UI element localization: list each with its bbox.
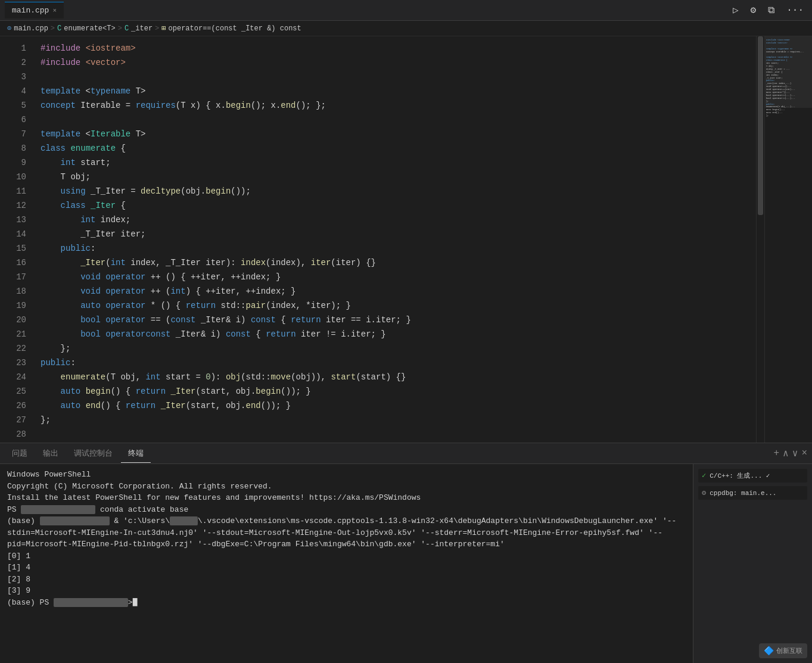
token-op: Iterable = [76, 101, 136, 110]
line-number: 12 [0, 198, 36, 213]
build-task-item[interactable]: ✓ C/C++: 生成... ✓ [698, 469, 807, 483]
tab-problems[interactable]: 问题 [5, 444, 35, 462]
watermark: 🔷 创新互联 [759, 643, 807, 658]
code-editor[interactable]: 1#include <iostream>2#include <vector>34… [0, 36, 756, 443]
scrollbar-thumb[interactable] [758, 36, 763, 215]
token-kw: bool [80, 329, 101, 339]
close-panel-button[interactable]: × [801, 448, 807, 459]
minimize-panel-button[interactable]: ∨ [792, 447, 798, 459]
line-number: 24 [0, 370, 36, 384]
terminal-line: Copyright (C) Microsoft Corporation. All… [7, 481, 686, 493]
run-button[interactable]: ▷ [729, 3, 742, 17]
token-kw: operator [105, 272, 145, 282]
line-number: 5 [0, 98, 36, 113]
breadcrumb-class[interactable]: enumerate<T> [64, 24, 115, 33]
code-line: 27}; [0, 413, 756, 427]
token-op: { [116, 201, 126, 210]
line-number: 20 [0, 313, 36, 327]
token-op [41, 372, 61, 382]
token-op: start = [161, 372, 206, 382]
token-kw: class [41, 144, 66, 153]
breadcrumb-part-0[interactable]: ⊙ [7, 24, 11, 33]
token-op: (start, obj. [196, 387, 256, 396]
token-kw: concept [41, 101, 76, 110]
line-content: }; [36, 341, 756, 356]
maximize-panel-button[interactable]: ∧ [783, 447, 789, 459]
line-content: int index; [36, 213, 756, 227]
code-line: 17 void operator ++ () { ++iter, ++index… [0, 270, 756, 284]
token-kw: operator [105, 301, 145, 310]
tab-terminal[interactable]: 终端 [121, 444, 151, 463]
editor-container: 1#include <iostream>2#include <vector>34… [0, 36, 812, 443]
token-op [41, 387, 61, 396]
terminal-output-area[interactable]: Windows PowerShellCopyright (C) Microsof… [0, 464, 693, 663]
token-type: enumerate [70, 144, 116, 153]
tab-output[interactable]: 输出 [36, 444, 66, 462]
token-kw: auto [61, 401, 81, 410]
breadcrumb-sep-1: > [118, 24, 122, 33]
editor-tab[interactable]: main.cpp × [5, 2, 64, 18]
minimap: #include <iostream> #include <vector> te… [764, 36, 812, 443]
token-op: T> [130, 86, 145, 96]
code-line: 20 bool operator == (const _Iter& i) con… [0, 313, 756, 327]
split-button[interactable]: ⧉ [764, 4, 778, 17]
line-number: 19 [0, 298, 36, 313]
token-op: _Iter& i) [170, 329, 225, 339]
token-op: (T x) { x. [176, 101, 226, 110]
token-op [41, 272, 80, 282]
token-op [80, 401, 85, 410]
token-op: (obj)), [291, 372, 331, 382]
token-op [41, 244, 61, 253]
line-content [36, 427, 756, 441]
line-number: 7 [0, 127, 36, 141]
token-kw: return [136, 387, 166, 396]
tab-debug-console[interactable]: 调试控制台 [67, 444, 120, 462]
token-kw: operator [105, 315, 145, 325]
code-line: 19 auto operator * () { return std::pair… [0, 298, 756, 313]
token-op: == ( [145, 315, 170, 325]
line-number: 3 [0, 70, 36, 84]
token-op [101, 287, 105, 296]
token-kw: typename [91, 86, 130, 96]
token-op [41, 315, 80, 325]
settings-button[interactable]: ⚙ [747, 3, 760, 17]
token-op: }; [41, 415, 51, 425]
breadcrumb-fn[interactable]: operator==(const _Iter &) const [169, 24, 301, 33]
token-kw: return [186, 301, 216, 310]
tab-label: main.cpp [12, 6, 49, 15]
token-kw: void [80, 287, 101, 296]
token-kw: class [61, 201, 86, 210]
token-kw: bool [80, 315, 101, 325]
token-kw: operator [105, 329, 145, 339]
code-area: 1#include <iostream>2#include <vector>34… [0, 41, 756, 441]
line-content: auto begin() { return _Iter(start, obj.b… [36, 384, 756, 399]
token-op: ()); [231, 186, 251, 196]
token-kw: const [251, 315, 276, 325]
title-bar: main.cpp × ▷ ⚙ ⧉ ··· [0, 0, 812, 21]
token-kw: return [126, 401, 155, 410]
line-content: auto operator * () { return std::pair(in… [36, 298, 756, 313]
token-op: (); x. [251, 101, 281, 110]
terminal-body: Windows PowerShellCopyright (C) Microsof… [0, 464, 812, 663]
tab-close-button[interactable]: × [52, 7, 57, 14]
code-line: 16 _Iter(int index, _T_Iter iter): index… [0, 256, 756, 270]
token-op: }; [41, 344, 70, 353]
line-number: 23 [0, 356, 36, 370]
more-button[interactable]: ··· [783, 4, 807, 17]
breadcrumb-iter[interactable]: _iter [131, 24, 153, 33]
debug-item[interactable]: ⚙ cppdbg: main.e... [698, 486, 807, 500]
token-op: (std:: [241, 372, 270, 382]
token-fn: _Iter [80, 258, 105, 267]
token-kw: template [41, 129, 80, 139]
token-kw: auto [80, 301, 101, 310]
token-op: () { [111, 387, 136, 396]
line-number: 6 [0, 113, 36, 127]
new-terminal-button[interactable]: + [774, 448, 780, 459]
token-op: < [80, 86, 91, 96]
code-line: 18 void operator ++ (int) { ++iter, ++in… [0, 284, 756, 298]
breadcrumb-file[interactable]: main.cpp [14, 24, 48, 33]
line-number: 21 [0, 327, 36, 341]
line-content: #include <iostream> [36, 41, 756, 55]
token-op [101, 272, 105, 282]
vertical-scrollbar[interactable] [756, 36, 764, 443]
